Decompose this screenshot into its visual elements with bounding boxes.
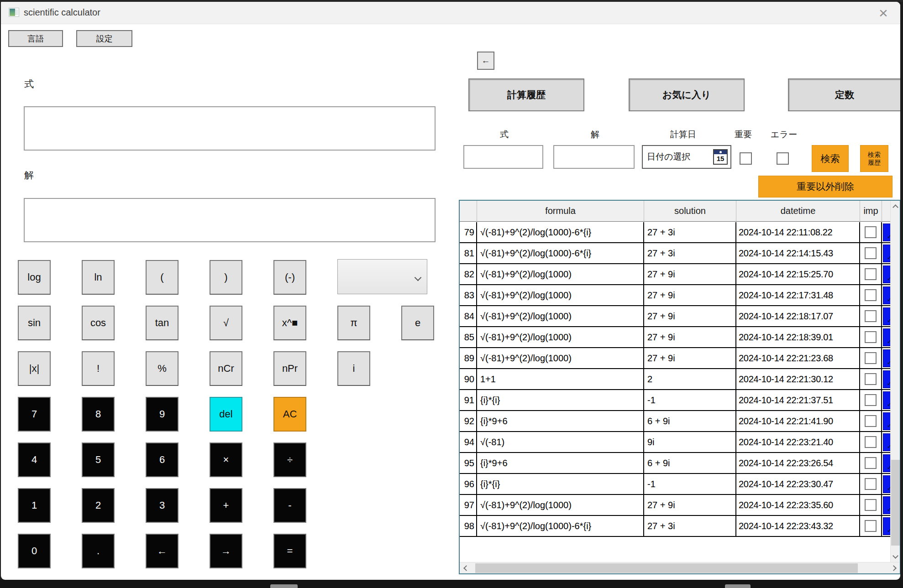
- calc-key-ncr[interactable]: nCr: [210, 351, 242, 386]
- search-solution-input[interactable]: [553, 145, 635, 169]
- calc-key-imaginary[interactable]: i: [337, 351, 370, 386]
- calc-key-decimal[interactable]: .: [82, 534, 115, 568]
- calc-key-sin[interactable]: sin: [18, 306, 51, 340]
- search-history-button[interactable]: 検索 履歴: [860, 145, 888, 172]
- row-important-checkbox[interactable]: [865, 310, 877, 322]
- calc-key-factorial[interactable]: !: [82, 351, 115, 386]
- calc-key-paren-open[interactable]: (: [146, 260, 178, 295]
- chevron-down-icon: [415, 274, 422, 281]
- calc-key-8[interactable]: 8: [82, 397, 115, 432]
- table-row[interactable]: 82 √(-81)+9^(2)/log(1000) 27 + 9i 2024-1…: [460, 264, 890, 285]
- calc-key-multiply[interactable]: ×: [210, 442, 242, 477]
- row-important-checkbox[interactable]: [865, 226, 877, 238]
- calc-key-0[interactable]: 0: [18, 534, 51, 568]
- calc-key-1[interactable]: 1: [18, 488, 51, 523]
- row-number: 91: [460, 390, 477, 410]
- calc-key-euler[interactable]: e: [401, 306, 434, 340]
- important-checkbox[interactable]: [740, 152, 752, 165]
- calc-key-5[interactable]: 5: [82, 442, 115, 477]
- delete-unimportant-button[interactable]: 重要以外削除: [758, 176, 892, 198]
- calc-key-cos[interactable]: cos: [82, 306, 115, 340]
- calc-key-plus[interactable]: +: [210, 488, 242, 523]
- calc-key-minus[interactable]: -: [273, 488, 306, 523]
- calc-key-sqrt[interactable]: √: [210, 306, 242, 340]
- language-button[interactable]: 言語: [8, 30, 63, 47]
- date-picker[interactable]: 日付の選択 15: [642, 145, 731, 169]
- table-horizontal-scrollbar[interactable]: [460, 562, 900, 573]
- calc-key-negate[interactable]: (-): [273, 260, 306, 295]
- row-important-checkbox[interactable]: [865, 394, 877, 406]
- calc-key-del[interactable]: del: [210, 397, 242, 432]
- table-row[interactable]: 98 √(-81)+9^(2)/log(1000)-6*{i} 27 + 3i …: [460, 516, 890, 537]
- calc-key-7[interactable]: 7: [18, 397, 51, 432]
- calc-key-pi[interactable]: π: [337, 306, 370, 340]
- table-row[interactable]: 84 √(-81)+9^(2)/log(1000) 27 + 9i 2024-1…: [460, 306, 890, 327]
- table-row[interactable]: 90 1+1 2 2024-10-14 22:21:30.12 ✓: [460, 369, 890, 390]
- vertical-scroll-thumb[interactable]: [891, 460, 900, 546]
- angle-mode-select[interactable]: [337, 259, 427, 294]
- row-important-checkbox[interactable]: [865, 478, 877, 490]
- calc-key-ac[interactable]: AC: [273, 397, 306, 432]
- calc-key-6[interactable]: 6: [146, 442, 178, 477]
- table-row[interactable]: 83 √(-81)+9^(2)/log(1000) 27 + 9i 2024-1…: [460, 285, 890, 306]
- calc-key-npr[interactable]: nPr: [273, 351, 306, 386]
- calc-key-percent[interactable]: %: [146, 351, 178, 386]
- row-important-checkbox[interactable]: [865, 520, 877, 532]
- calc-key-2[interactable]: 2: [82, 488, 115, 523]
- row-important-checkbox[interactable]: [865, 436, 877, 448]
- calc-key-equals[interactable]: =: [273, 534, 306, 568]
- calc-key-log[interactable]: log: [18, 260, 51, 295]
- table-row[interactable]: 95 {i}*9+6 6 + 9i 2024-10-14 22:23:26.54…: [460, 453, 890, 474]
- scroll-left-icon[interactable]: [461, 562, 472, 573]
- settings-button[interactable]: 設定: [76, 30, 132, 47]
- table-row[interactable]: 89 √(-81)+9^(2)/log(1000) 27 + 9i 2024-1…: [460, 348, 890, 369]
- calendar-icon[interactable]: 15: [713, 149, 728, 165]
- calc-key-tan[interactable]: tan: [146, 306, 178, 340]
- table-row[interactable]: 96 {i}*{i} -1 2024-10-14 22:23:30.47 ✓: [460, 474, 890, 495]
- row-action-cell: ✓: [882, 327, 890, 347]
- calc-key-9[interactable]: 9: [146, 397, 178, 432]
- horizontal-scroll-thumb[interactable]: [475, 563, 858, 573]
- row-important-checkbox[interactable]: [865, 247, 877, 259]
- search-error-label: エラー: [771, 129, 797, 140]
- back-button[interactable]: ←: [477, 52, 494, 70]
- scroll-right-icon[interactable]: [888, 562, 899, 573]
- table-row[interactable]: 92 {i}*9+6 6 + 9i 2024-10-14 22:21:41.90…: [460, 411, 890, 432]
- formula-display[interactable]: [24, 106, 436, 151]
- search-formula-input[interactable]: [463, 145, 543, 169]
- row-solution: 6 + 9i: [644, 453, 736, 473]
- tab-calc-history[interactable]: 計算履歴: [468, 78, 584, 111]
- row-important-checkbox[interactable]: [865, 457, 877, 469]
- close-icon[interactable]: ×: [873, 5, 894, 22]
- scroll-up-icon[interactable]: [891, 202, 900, 213]
- table-row[interactable]: 91 {i}*{i} -1 2024-10-14 22:21:37.51 ✓: [460, 390, 890, 411]
- row-important-checkbox[interactable]: [865, 289, 877, 301]
- row-important-checkbox[interactable]: [865, 352, 877, 364]
- calc-key-cursor-right[interactable]: →: [210, 534, 242, 568]
- calc-key-power[interactable]: x^■: [273, 306, 306, 340]
- row-important-checkbox[interactable]: [865, 331, 877, 343]
- calc-key-4[interactable]: 4: [18, 442, 51, 477]
- table-row[interactable]: 94 √(-81) 9i 2024-10-14 22:23:21.40 ✓: [460, 432, 890, 453]
- solution-display[interactable]: [24, 198, 436, 242]
- error-checkbox[interactable]: [777, 152, 789, 165]
- calc-key-divide[interactable]: ÷: [273, 442, 306, 477]
- scroll-down-icon[interactable]: [891, 550, 900, 561]
- row-important-checkbox[interactable]: [865, 415, 877, 427]
- calc-key-paren-close[interactable]: ): [210, 260, 242, 295]
- table-row[interactable]: 97 √(-81)+9^(2)/log(1000) 27 + 9i 2024-1…: [460, 495, 890, 516]
- row-important-checkbox[interactable]: [865, 373, 877, 385]
- row-important-checkbox[interactable]: [865, 499, 877, 511]
- table-row[interactable]: 85 √(-81)+9^(2)/log(1000) 27 + 9i 2024-1…: [460, 327, 890, 348]
- calc-key-cursor-left[interactable]: ←: [146, 534, 178, 568]
- table-row[interactable]: 81 √(-81)+9^(2)/log(1000)-6*{i} 27 + 3i …: [460, 243, 890, 264]
- row-important-checkbox[interactable]: [865, 268, 877, 280]
- search-button[interactable]: 検索: [812, 145, 849, 172]
- calc-key-abs[interactable]: |x|: [18, 351, 51, 386]
- calc-key-3[interactable]: 3: [146, 488, 178, 523]
- table-vertical-scrollbar[interactable]: [890, 201, 900, 562]
- calc-key-ln[interactable]: ln: [82, 260, 115, 295]
- tab-favorites[interactable]: お気に入り: [629, 78, 745, 111]
- tab-constants[interactable]: 定数: [788, 78, 900, 111]
- table-row[interactable]: 79 √(-81)+9^(2)/log(1000)-6*{i} 27 + 3i …: [460, 222, 890, 243]
